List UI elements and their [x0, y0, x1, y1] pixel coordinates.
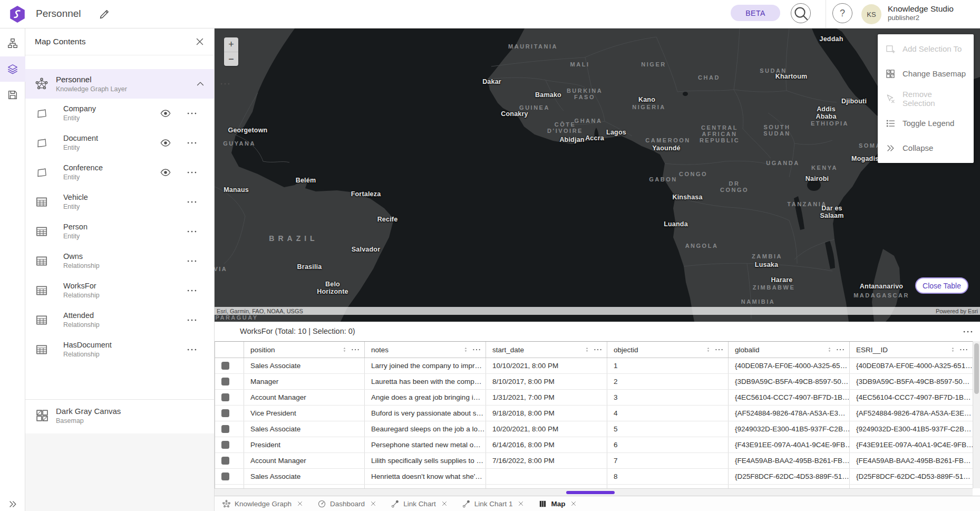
row-checkbox[interactable]	[221, 378, 229, 385]
edit-title-button[interactable]	[98, 8, 111, 21]
column-options-icon[interactable]	[714, 345, 724, 354]
column-options-icon[interactable]	[351, 345, 360, 354]
row-checkbox[interactable]	[221, 473, 229, 480]
sort-icon[interactable]	[584, 345, 590, 354]
column-header-globalid[interactable]: globalid	[729, 342, 850, 358]
tab-close-icon[interactable]	[517, 500, 525, 507]
visibility-eye-icon[interactable]	[160, 108, 171, 119]
layer-row-vehicle[interactable]: VehicleEntity	[25, 187, 214, 217]
layer-options-icon[interactable]	[186, 344, 198, 355]
rail-collapse-button[interactable]	[0, 491, 25, 511]
table-options-icon[interactable]	[962, 326, 974, 338]
layer-row-person[interactable]: PersonEntity	[25, 217, 214, 246]
zoom-out-button[interactable]: −	[224, 52, 238, 66]
layer-options-icon[interactable]	[186, 196, 198, 208]
column-options-icon[interactable]	[593, 345, 603, 354]
search-button[interactable]	[791, 3, 811, 23]
column-options-icon[interactable]	[836, 345, 845, 354]
entity-polygon-icon	[35, 166, 48, 179]
row-checkbox[interactable]	[221, 409, 229, 417]
row-checkbox[interactable]	[221, 441, 229, 449]
close-table-button[interactable]: Close Table	[915, 277, 968, 294]
layer-options-icon[interactable]	[186, 226, 198, 237]
sort-icon[interactable]	[342, 345, 347, 354]
layer-row-document[interactable]: DocumentEntity	[25, 128, 214, 158]
tab-label: Knowledge Graph	[235, 500, 292, 508]
table-row[interactable]: ManagerLauretta has been with the comp…8…	[215, 374, 973, 390]
layer-row-attended[interactable]: AttendedRelationship	[25, 305, 214, 335]
layer-row-owns[interactable]: OwnsRelationship	[25, 246, 214, 276]
map-canvas[interactable]: MAURITANIAMALINIGERCHADSUDANBURKINA FASO…	[215, 28, 980, 322]
cell-globalid: {4EC56104-CCC7-4907-BF7D-1B…	[729, 390, 850, 405]
table-row[interactable]: PresidentPersephone started new metal o……	[215, 437, 973, 453]
help-button[interactable]: ?	[832, 3, 852, 23]
sort-icon[interactable]	[827, 345, 832, 354]
column-header-start_date[interactable]: start_date	[486, 342, 607, 358]
collapse-caret-icon[interactable]	[195, 79, 206, 89]
cell-position: Account Manager	[244, 453, 365, 468]
layer-row-company[interactable]: CompanyEntity	[25, 99, 214, 128]
table-row[interactable]: Account ManagerLilith specifically sells…	[215, 453, 973, 469]
cell-objectid: 3	[607, 390, 729, 405]
layer-options-icon[interactable]	[186, 314, 198, 326]
tab-close-icon[interactable]	[441, 500, 448, 507]
layer-options-icon[interactable]	[186, 167, 198, 178]
sort-icon[interactable]	[705, 345, 711, 354]
visibility-eye-icon[interactable]	[160, 137, 171, 149]
user-avatar[interactable]: KS	[861, 4, 881, 24]
layer-options-icon[interactable]	[186, 108, 198, 119]
tab-link-chart-1[interactable]: Link Chart 1	[462, 499, 525, 508]
sort-icon[interactable]	[463, 345, 469, 354]
table-row[interactable]	[215, 485, 973, 488]
tab-close-icon[interactable]	[296, 500, 304, 507]
column-header-objectid[interactable]: objectid	[607, 342, 729, 358]
table-row[interactable]: Sales AssociateBeauregard sleeps on the …	[215, 421, 973, 437]
table-horizontal-scrollbar[interactable]	[215, 488, 973, 496]
tab-map[interactable]: Map	[538, 499, 577, 508]
table-row[interactable]: Sales AssociateHenrietta doesn't know wh…	[215, 469, 973, 485]
table-vertical-scrollbar[interactable]	[973, 341, 980, 488]
rail-save-button[interactable]	[0, 82, 25, 108]
menu-item-change-basemap[interactable]: Change Basemap	[878, 61, 974, 86]
basemap-row[interactable]: Dark Gray CanvasBasemap	[25, 400, 214, 431]
layer-options-icon[interactable]	[186, 255, 198, 267]
layer-options-icon[interactable]	[186, 285, 198, 296]
close-icon[interactable]	[194, 36, 206, 47]
layer-options-icon[interactable]	[186, 137, 198, 149]
table-row[interactable]: Sales AssociateLarry joined the company …	[215, 358, 973, 374]
column-header-position[interactable]: position	[244, 342, 365, 358]
layer-group-personnel[interactable]: PersonnelKnowledge Graph Layer	[25, 69, 214, 99]
row-checkbox[interactable]	[221, 457, 229, 465]
layer-options-icon[interactable]	[219, 78, 231, 90]
zoom-in-button[interactable]: +	[224, 37, 238, 52]
column-options-icon[interactable]	[959, 345, 968, 354]
menu-item-collapse[interactable]: Collapse	[878, 136, 974, 160]
cell-esri__id	[850, 485, 973, 488]
cell-globalid: {3DB9A59C-B5FA-49CB-8597-50…	[729, 374, 850, 389]
column-header-esri__id[interactable]: ESRI__ID	[850, 342, 973, 358]
column-options-icon[interactable]	[472, 345, 481, 354]
layer-row-hasdocument[interactable]: HasDocumentRelationship	[25, 335, 214, 364]
row-checkbox[interactable]	[221, 362, 229, 370]
cell-start_date: 9/18/2018, 8:00 PM	[486, 406, 607, 421]
rail-data-model-button[interactable]	[0, 31, 25, 56]
tab-knowledge-graph[interactable]: Knowledge Graph	[222, 499, 304, 508]
cell-esri__id: {F43E91EE-097A-40A1-9C4E-9FB…	[850, 437, 973, 452]
layer-row-worksfor[interactable]: WorksForRelationship	[25, 276, 214, 305]
sort-icon[interactable]	[950, 345, 956, 354]
row-checkbox[interactable]	[221, 425, 229, 433]
row-checkbox[interactable]	[221, 393, 229, 401]
menu-item-toggle-legend[interactable]: Toggle Legend	[878, 111, 974, 136]
rail-layers-button[interactable]	[0, 56, 25, 82]
column-header-notes[interactable]: notes	[365, 342, 486, 358]
cell-objectid: 2	[607, 374, 729, 389]
table-row[interactable]: Vice PresidentBuford is very passionate …	[215, 406, 973, 421]
tab-link-chart[interactable]: Link Chart	[391, 499, 448, 508]
tab-close-icon[interactable]	[570, 500, 577, 507]
tab-close-icon[interactable]	[370, 500, 377, 507]
org-chart-icon	[7, 37, 18, 49]
table-row[interactable]: Account ManagerAngie does a great job br…	[215, 390, 973, 406]
tab-dashboard[interactable]: Dashboard	[317, 499, 377, 508]
visibility-eye-icon[interactable]	[160, 167, 171, 178]
layer-row-conference[interactable]: ConferenceEntity	[25, 158, 214, 187]
